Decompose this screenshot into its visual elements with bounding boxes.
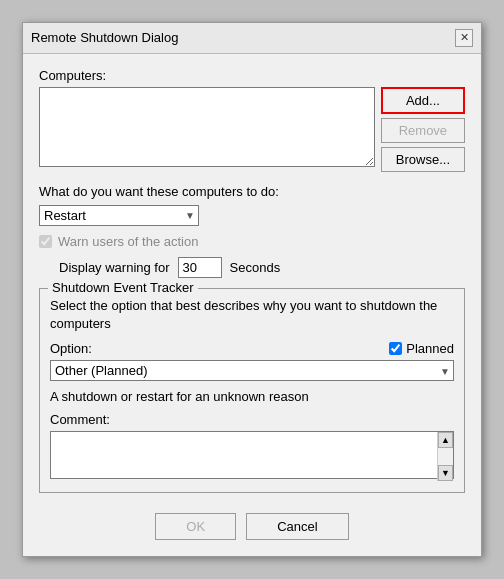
seconds-input[interactable] [178, 257, 222, 278]
group-legend: Shutdown Event Tracker [48, 280, 198, 295]
warning-row: Display warning for Seconds [39, 257, 465, 278]
action-dropdown-row: Restart Shutdown Annotate ▼ [39, 205, 465, 226]
footer-buttons: OK Cancel [39, 505, 465, 546]
titlebar: Remote Shutdown Dialog ✕ [23, 23, 481, 54]
scroll-down-button[interactable]: ▼ [438, 465, 453, 481]
option-dropdown-wrapper: Other (Planned) Other (Unplanned) Applic… [50, 360, 454, 381]
planned-checkbox[interactable] [389, 342, 402, 355]
action-label: What do you want these computers to do: [39, 184, 465, 199]
cancel-button[interactable]: Cancel [246, 513, 348, 540]
planned-label: Planned [406, 341, 454, 356]
scroll-up-button[interactable]: ▲ [438, 432, 453, 448]
remote-shutdown-dialog: Remote Shutdown Dialog ✕ Computers: Add.… [22, 22, 482, 557]
ok-button[interactable]: OK [155, 513, 236, 540]
seconds-label: Seconds [230, 260, 281, 275]
comment-scrollbar: ▲ ▼ [437, 432, 453, 481]
comment-wrapper: ▲ ▼ [50, 431, 454, 482]
action-dropdown-wrapper: Restart Shutdown Annotate ▼ [39, 205, 199, 226]
option-label: Option: [50, 341, 92, 356]
action-dropdown[interactable]: Restart Shutdown Annotate [39, 205, 199, 226]
comment-label: Comment: [50, 412, 454, 427]
computers-row: Add... Remove Browse... [39, 87, 465, 172]
remove-button[interactable]: Remove [381, 118, 465, 143]
dialog-content: Computers: Add... Remove Browse... What … [23, 54, 481, 556]
dialog-title: Remote Shutdown Dialog [31, 30, 178, 45]
comment-textarea[interactable] [50, 431, 454, 479]
warn-label: Warn users of the action [58, 234, 198, 249]
add-button[interactable]: Add... [381, 87, 465, 114]
option-dropdown[interactable]: Other (Planned) Other (Unplanned) Applic… [50, 360, 454, 381]
display-warning-label: Display warning for [59, 260, 170, 275]
shutdown-description: A shutdown or restart for an unknown rea… [50, 389, 454, 404]
browse-button[interactable]: Browse... [381, 147, 465, 172]
planned-row: Planned [389, 341, 454, 356]
warn-checkbox-row: Warn users of the action [39, 234, 465, 249]
side-buttons: Add... Remove Browse... [381, 87, 465, 172]
warn-checkbox[interactable] [39, 235, 52, 248]
computers-list[interactable] [39, 87, 375, 167]
tracker-description: Select the option that best describes wh… [50, 297, 454, 333]
option-row: Option: Planned [50, 341, 454, 356]
shutdown-event-tracker-group: Shutdown Event Tracker Select the option… [39, 288, 465, 493]
close-button[interactable]: ✕ [455, 29, 473, 47]
computers-label: Computers: [39, 68, 465, 83]
